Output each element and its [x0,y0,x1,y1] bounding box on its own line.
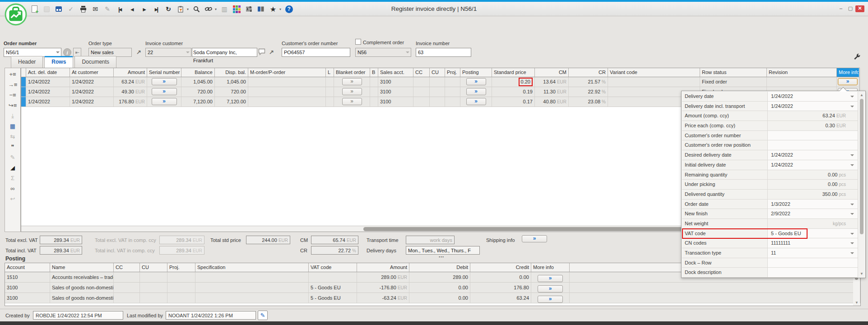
column-header[interactable]: Blanket order [334,68,370,77]
popup-row-value[interactable]: 1/24/2022 [771,152,793,158]
insert-row-icon[interactable]: →≡ [5,81,20,88]
invoice-customer-code-combo[interactable]: 22 [145,48,191,57]
minimize-button[interactable]: – [836,5,845,12]
posting-button[interactable]: » [466,98,486,105]
popup-info-row[interactable]: Delivery date 1/24/2022 [682,92,858,102]
column-header[interactable]: CR [569,68,608,77]
paste-filter-caret-icon[interactable]: ▾ [187,7,189,11]
popup-info-row[interactable]: Dock – Row [682,258,858,268]
order-number-combo[interactable]: N56/1 [4,48,61,57]
paste-filter-icon[interactable] [176,5,185,14]
cell-cm[interactable]: 13.64 EUR [535,77,569,87]
complement-order-checkbox[interactable] [355,39,361,45]
price-adjust-icon[interactable]: ◢ [5,164,20,171]
column-header[interactable]: More info [837,68,859,77]
chevron-down-icon[interactable] [186,51,190,53]
column-header[interactable]: CM [535,68,569,77]
posting-column-header[interactable]: CC [114,263,140,272]
assign-number-button[interactable]: ⇤ [73,48,81,57]
next-record-icon[interactable]: ▸ [139,5,149,14]
more-info-button[interactable]: » [838,78,858,85]
favorites-star-icon[interactable]: ★ [269,5,278,14]
popup-row-value[interactable]: 1/24/2022 [771,93,793,99]
new-document-icon[interactable] [30,5,39,14]
email-icon[interactable]: ✉ [91,5,100,14]
attach-icon[interactable]: ✎ [103,5,112,14]
posting-more-info-button[interactable]: » [538,275,563,282]
posting-column-header[interactable]: Proj. [167,263,195,272]
posting-column-header[interactable]: Credit [470,263,531,272]
column-header[interactable]: Proj. [445,68,460,77]
close-button[interactable]: ✕ [855,5,864,12]
popup-row-value[interactable]: 1/24/2022 [771,103,793,109]
popup-info-row[interactable]: New finish 2/9/2022 [682,209,858,219]
posting-column-header[interactable]: Amount [357,263,409,272]
help-icon[interactable]: ? [284,5,293,14]
column-header[interactable]: Variant code [608,68,700,77]
chevron-down-icon[interactable] [850,96,854,98]
chevron-down-icon[interactable] [850,106,854,107]
chevron-down-icon[interactable] [850,154,854,156]
popup-row-value[interactable]: 11111111 [771,240,790,246]
goto-customer-icon[interactable]: ↗ [269,49,274,56]
save-window-icon[interactable] [54,5,63,14]
popup-row-value[interactable]: 0.30 [825,123,835,128]
column-header[interactable]: L [326,68,334,77]
delivery-days-expand[interactable]: ... [439,253,444,258]
grid-settings-wrench-icon[interactable] [853,53,861,61]
cell-at-customer[interactable]: 1/24/2022 [70,77,114,87]
popup-info-row[interactable]: Remaining quantity 0.00 pcs [682,170,858,180]
popup-info-row[interactable]: Amount (comp. ccy) 63.24 EUR [682,111,858,121]
popup-row-value[interactable]: 2/9/2022 [771,211,790,216]
approve-icon[interactable]: ✓ [66,5,75,14]
column-header[interactable]: Posting [460,68,492,77]
popup-info-row[interactable]: VAT code 5 - Goods EU [682,229,858,239]
popup-scrollbar-thumb[interactable] [860,99,863,234]
popup-info-row[interactable]: Delivered quantity 350.00 pcs [682,190,858,200]
first-record-icon[interactable]: |◂ [115,5,124,14]
invoice-number-field[interactable]: 63 [416,48,471,57]
popup-row-value[interactable]: 5 - Goods EU [771,231,801,236]
cell-disp-bal[interactable]: 1,045.00 [215,77,248,87]
posting-column-header[interactable]: Specification [195,263,309,272]
row-selector[interactable] [21,97,26,107]
grid-view-icon[interactable]: ▦ [5,123,20,130]
link-rows-icon[interactable]: ∞ [5,185,20,192]
row-selector[interactable] [21,87,26,97]
order-type-field[interactable]: New sales [88,48,132,57]
row-selector[interactable] [21,77,26,87]
print-icon[interactable] [79,5,88,14]
modules-icon[interactable] [232,5,241,14]
serial-number-button[interactable]: » [152,78,177,85]
column-header[interactable]: Amount [114,68,147,77]
column-header[interactable]: CU [430,68,445,77]
blanket-order-button[interactable]: » [342,78,362,85]
cell-proj[interactable] [445,77,460,87]
cell-cr[interactable]: 21.57 % [569,77,608,87]
posting-button[interactable]: » [466,78,486,85]
transport-time-field[interactable]: work days [406,236,455,244]
move-row-icon[interactable]: ↪≡ [5,102,20,109]
return-icon[interactable]: ↩ [5,195,20,202]
popup-row-value[interactable]: 0.00 [828,172,837,177]
cell-balance[interactable]: 1,045.00 [181,77,215,87]
posting-more-info-button[interactable]: » [538,285,563,292]
sum-icon[interactable]: Σ [5,175,20,181]
popup-info-row[interactable]: Customer's order row position [682,140,858,150]
cell-cu[interactable] [430,77,445,87]
serial-number-button[interactable]: » [152,98,177,105]
popup-info-row[interactable]: Customer's order number [682,131,858,141]
popup-info-row[interactable]: Dock description [682,268,858,278]
popup-info-row[interactable]: Price each (comp. ccy) 0.30 EUR [682,121,858,131]
column-header[interactable]: Balance [181,68,215,77]
fit-columns-icon[interactable]: ⇆ [5,133,20,140]
last-record-icon[interactable]: ▸| [152,5,161,14]
tab-documents[interactable]: Documents [74,56,116,68]
cell-standard-price[interactable]: 0.20 [492,77,535,87]
popup-row-value[interactable]: 11 [771,250,776,255]
popup-info-row[interactable]: CN codes 11111111 [682,238,858,248]
previous-record-icon[interactable]: ◂ [127,5,136,14]
link-icon[interactable] [204,5,213,14]
column-header[interactable]: Sales acct. [378,68,413,77]
posting-more-info-button[interactable]: » [538,296,563,303]
